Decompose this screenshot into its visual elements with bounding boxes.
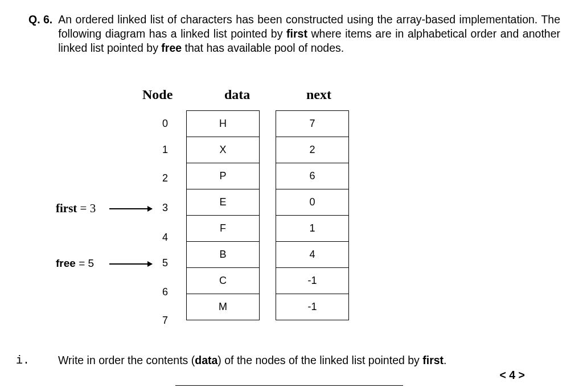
data-cell: M [187,294,260,320]
data-cell: F [187,216,260,242]
question-text-seg3: that has available pool of nodes. [182,42,344,54]
question-block: Q. 6. An ordered linked list of characte… [28,13,560,55]
arrow-first-icon [109,208,152,209]
data-column-table: H X P E F B C M [186,110,260,320]
part-i-bold-data: data [195,354,217,366]
pointer-free-bold: free [56,257,76,269]
pointer-free-eq: = 5 [76,257,94,269]
next-cell: 1 [276,216,349,242]
part-i-label: i. [16,354,30,367]
question-text: An ordered linked list of characters has… [58,13,560,55]
node-index-0: 0 [157,118,174,130]
next-cell: 0 [276,189,349,216]
next-cell: 4 [276,242,349,268]
next-cell: 7 [276,111,349,137]
node-index-3: 3 [157,202,174,214]
pointer-first-eq: = 3 [77,201,96,215]
column-header-next: next [306,87,331,102]
part-i-period: . [444,354,446,366]
arrow-free-icon [109,263,152,265]
data-cell: E [187,189,260,216]
node-index-5: 5 [157,257,174,269]
part-i-seg1: Write in order the contents ( [58,354,195,366]
node-index-6: 6 [157,286,174,298]
next-cell: 2 [276,137,349,163]
node-index-1: 1 [157,144,174,156]
next-cell: 6 [276,163,349,189]
data-cell: X [187,137,260,163]
node-index-4: 4 [157,232,174,244]
answer-blank-line [175,385,403,386]
question-bold-first: first [286,27,307,40]
node-index-2: 2 [157,172,174,184]
data-cell: B [187,242,260,268]
data-cell: C [187,268,260,294]
question-label: Q. 6. [28,13,52,55]
question-bold-free: free [161,42,182,54]
data-cell: P [187,163,260,189]
next-cell: -1 [276,294,349,320]
data-cell: H [187,111,260,137]
column-header-node: Node [142,87,173,102]
pointer-first-label: first = 3 [56,201,96,216]
part-i-marks: < 4 > [58,369,525,382]
pointer-first-bold: first [56,201,77,215]
next-cell: -1 [276,268,349,294]
part-i-bold-first: first [422,354,444,366]
column-header-data: data [224,87,250,102]
part-i-text: Write in order the contents (data) of th… [58,354,447,367]
next-column-table: 7 2 6 0 1 4 -1 -1 [276,110,349,320]
node-index-7: 7 [157,315,174,327]
pointer-free-label: free = 5 [56,257,94,270]
part-i-seg2: ) of the nodes of the linked list pointe… [217,354,422,366]
